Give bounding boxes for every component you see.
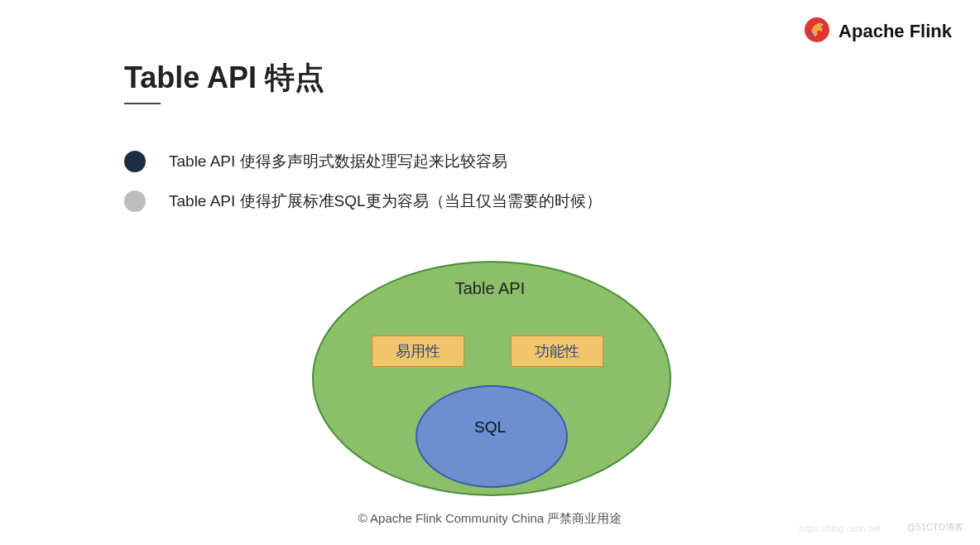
brand-name: Apache Flink	[838, 21, 952, 42]
flink-logo-icon	[804, 17, 830, 46]
inner-ellipse-label: SQL	[474, 418, 506, 436]
box-usability: 易用性	[372, 335, 464, 367]
box-functionality: 功能性	[511, 335, 603, 367]
page-title: Table API 特点	[124, 58, 324, 99]
bullet-item-1: Table API 使得多声明式数据处理写起来比较容易	[124, 151, 602, 172]
watermark-left: https://blog.csdn.net	[800, 523, 881, 533]
bullet-list: Table API 使得多声明式数据处理写起来比较容易 Table API 使得…	[124, 151, 602, 230]
brand-header: Apache Flink	[804, 17, 952, 46]
outer-ellipse-label: Table API	[455, 279, 526, 298]
venn-diagram: Table API 易用性 功能性 SQL	[312, 261, 668, 493]
bullet-text: Table API 使得多声明式数据处理写起来比较容易	[169, 151, 507, 172]
bullet-dot-icon	[124, 191, 146, 212]
bullet-text: Table API 使得扩展标准SQL更为容易（当且仅当需要的时候）	[169, 191, 602, 212]
bullet-item-2: Table API 使得扩展标准SQL更为容易（当且仅当需要的时候）	[124, 191, 602, 212]
inner-ellipse	[416, 385, 568, 488]
title-underline	[124, 103, 161, 104]
bullet-dot-icon	[124, 151, 146, 172]
svg-point-2	[819, 24, 821, 26]
footer-copyright: © Apache Flink Community China 严禁商业用途	[358, 511, 622, 527]
watermark-right: @51CTO博客	[907, 521, 963, 533]
